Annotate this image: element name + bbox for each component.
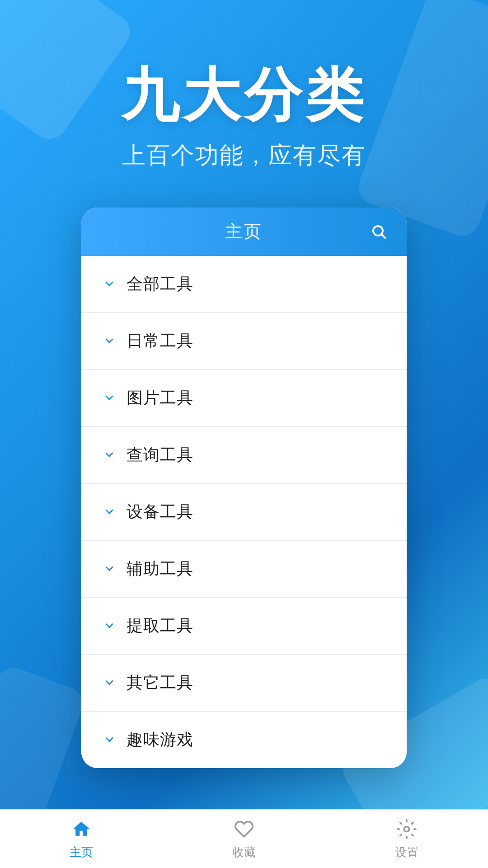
chevron-down-icon — [101, 731, 117, 748]
search-icon — [371, 223, 387, 240]
hero-subtitle: 上百个功能，应有尽有 — [122, 140, 366, 171]
chevron-down-icon — [101, 561, 117, 577]
chevron-down-icon — [101, 504, 117, 520]
menu-label: 查询工具 — [127, 444, 193, 466]
chevron-down-icon — [101, 618, 117, 634]
nav-label-favorites: 收藏 — [232, 844, 256, 860]
chevron-down-icon — [101, 333, 117, 349]
menu-label: 图片工具 — [127, 387, 193, 409]
nav-item-settings[interactable]: 设置 — [325, 810, 488, 868]
menu-label: 趣味游戏 — [127, 729, 193, 751]
menu-label: 设备工具 — [127, 501, 193, 523]
nav-item-home[interactable]: 主页 — [0, 810, 163, 868]
nav-item-favorites[interactable]: 收藏 — [163, 810, 325, 868]
menu-list: 全部工具 日常工具 图片工具 查询工具 设备工具 辅助工具 提取工具 — [81, 256, 407, 768]
menu-item-query-tools[interactable]: 查询工具 — [81, 427, 407, 484]
menu-label: 全部工具 — [127, 273, 193, 295]
svg-point-2 — [404, 827, 409, 832]
hero-title: 九大分类 — [121, 63, 367, 127]
settings-icon — [395, 817, 418, 841]
menu-item-extract-tools[interactable]: 提取工具 — [81, 598, 407, 655]
menu-item-all-tools[interactable]: 全部工具 — [81, 256, 407, 313]
menu-label: 提取工具 — [127, 615, 193, 637]
nav-label-settings: 设置 — [395, 844, 418, 860]
bottom-navigation: 主页 收藏 设置 — [0, 809, 488, 868]
menu-item-other-tools[interactable]: 其它工具 — [81, 655, 407, 712]
menu-label: 辅助工具 — [127, 558, 193, 580]
chevron-down-icon — [101, 276, 117, 292]
chevron-down-icon — [101, 675, 117, 691]
menu-label: 其它工具 — [127, 672, 193, 694]
home-icon — [70, 817, 93, 841]
svg-line-1 — [382, 235, 385, 238]
card-header: 主页 — [81, 208, 407, 256]
search-button[interactable] — [367, 220, 390, 243]
menu-item-image-tools[interactable]: 图片工具 — [81, 370, 407, 427]
heart-icon — [232, 817, 256, 841]
menu-label: 日常工具 — [127, 330, 193, 352]
chevron-down-icon — [101, 390, 117, 406]
phone-card: 主页 全部工具 日常工具 图片工具 — [81, 208, 407, 768]
menu-item-daily-tools[interactable]: 日常工具 — [81, 313, 407, 370]
menu-item-assist-tools[interactable]: 辅助工具 — [81, 541, 407, 598]
nav-label-home: 主页 — [70, 844, 93, 860]
menu-item-device-tools[interactable]: 设备工具 — [81, 484, 407, 541]
card-header-title: 主页 — [225, 220, 263, 243]
chevron-down-icon — [101, 447, 117, 463]
page-container: 九大分类 上百个功能，应有尽有 主页 全部工具 日常工具 — [0, 0, 488, 868]
